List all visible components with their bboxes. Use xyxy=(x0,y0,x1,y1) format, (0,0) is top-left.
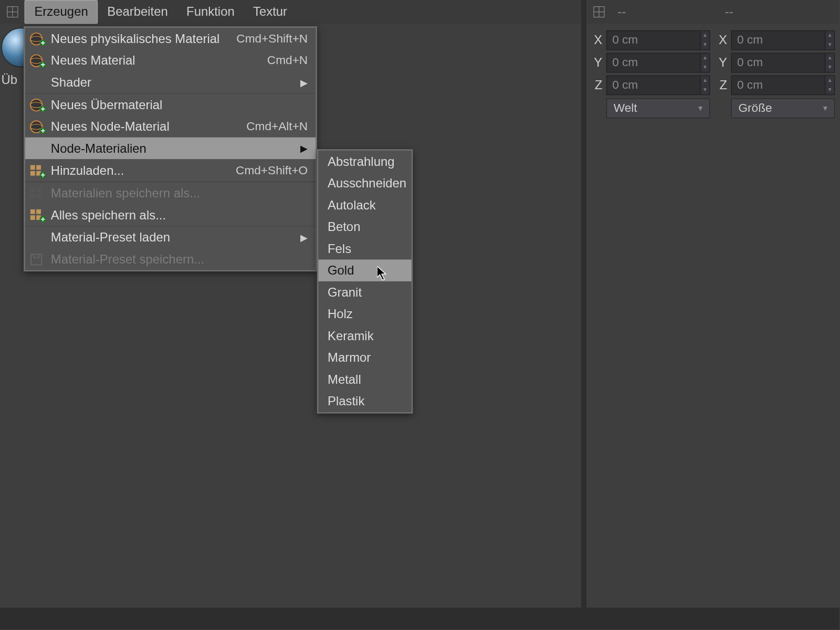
submenu-item-label: Beton xyxy=(328,219,360,234)
menu-item-label: Neues Übermaterial xyxy=(51,98,308,112)
chevron-down-icon: ▼ xyxy=(822,104,829,112)
submenu-item[interactable]: Holz xyxy=(318,303,411,325)
coords-dash-2: -- xyxy=(725,5,733,19)
coord-x-left-value: 0 cm xyxy=(612,33,638,47)
coord-z-left[interactable]: 0 cm▲▼ xyxy=(606,75,710,95)
menu-item[interactable]: Neues MaterialCmd+N xyxy=(25,49,316,71)
menu-bearbeiten[interactable]: Bearbeiten xyxy=(98,1,177,23)
submenu-item-label: Autolack xyxy=(328,198,376,213)
coord-mode-left-label: Welt xyxy=(614,101,637,114)
svg-rect-37 xyxy=(30,209,35,214)
svg-rect-38 xyxy=(36,209,41,214)
panel-divider[interactable] xyxy=(581,0,586,607)
blank-icon xyxy=(27,74,48,91)
coord-x-left[interactable]: 0 cm▲▼ xyxy=(606,30,710,50)
axis-label-z-right: Z xyxy=(717,78,731,92)
material-swatch-label: Üb xyxy=(2,72,18,87)
spinner[interactable]: ▲▼ xyxy=(700,53,709,71)
menu-item[interactable]: Hinzuladen...Cmd+Shift+O xyxy=(25,160,316,182)
svg-rect-26 xyxy=(30,165,35,170)
menu-item[interactable]: Neues physikalisches MaterialCmd+Shift+N xyxy=(25,28,316,50)
grid-plus-icon xyxy=(27,162,48,180)
submenu-item-label: Plastik xyxy=(328,394,364,408)
axis-label-z-left: Z xyxy=(592,78,606,92)
svg-rect-33 xyxy=(30,187,35,192)
menu-item: Materialien speichern als... xyxy=(25,182,316,204)
materials-panel: Erzeugen Bearbeiten Funktion Textur Üb N… xyxy=(0,0,581,607)
submenu-item-label: Marmor xyxy=(328,350,371,365)
coordinates-panel: -- -- X 0 cm▲▼ X 0 cm▲▼ Y 0 cm▲▼ Y 0 cm▲… xyxy=(586,0,839,607)
submenu-item[interactable]: Granit xyxy=(318,281,411,303)
menu-item-label: Material-Preset laden xyxy=(51,230,296,245)
menu-item[interactable]: Material-Preset laden▶ xyxy=(25,226,316,248)
blank-icon xyxy=(27,140,48,157)
submenu-item[interactable]: Metall xyxy=(318,369,411,391)
spinner[interactable]: ▲▼ xyxy=(825,30,834,49)
menu-item-label: Neues Node-Material xyxy=(51,119,246,134)
submenu-item[interactable]: Marmor xyxy=(318,346,411,369)
menu-erzeugen[interactable]: Erzeugen xyxy=(25,0,98,24)
menu-item-shortcut: Cmd+N xyxy=(267,54,308,67)
submenu-item[interactable]: Keramik xyxy=(318,325,411,347)
sphere-plus-icon xyxy=(27,52,48,69)
svg-rect-28 xyxy=(30,171,35,175)
submenu-item-label: Ausschneiden xyxy=(328,176,406,191)
erzeugen-menu: Neues physikalisches MaterialCmd+Shift+N… xyxy=(24,26,317,271)
grid-icon xyxy=(3,3,22,21)
menu-item[interactable]: Shader▶ xyxy=(25,71,316,93)
submenu-item-label: Granit xyxy=(328,285,362,300)
submenu-item[interactable]: Beton xyxy=(318,216,411,238)
coord-y-left-value: 0 cm xyxy=(612,56,638,69)
menu-item-label: Materialien speichern als... xyxy=(51,186,308,201)
submenu-item-label: Abstrahlung xyxy=(328,154,395,169)
submenu-item[interactable]: Abstrahlung xyxy=(318,151,411,173)
coords-dash-1: -- xyxy=(617,5,626,19)
axis-label-y-right: Y xyxy=(717,55,731,70)
svg-rect-35 xyxy=(30,193,35,198)
bottom-strip xyxy=(0,607,839,629)
menu-item-label: Alles speichern als... xyxy=(51,208,308,223)
submenu-item-label: Keramik xyxy=(328,329,374,343)
blank-icon xyxy=(27,229,48,246)
coord-mode-left[interactable]: Welt▼ xyxy=(606,98,710,118)
grid-icon xyxy=(590,3,608,21)
sphere-plus-icon xyxy=(27,118,48,135)
coord-z-right-value: 0 cm xyxy=(737,78,763,91)
menu-item-shortcut: Cmd+Shift+N xyxy=(236,32,308,45)
coord-z-right[interactable]: 0 cm▲▼ xyxy=(731,75,835,95)
menu-item[interactable]: Neues Node-MaterialCmd+Alt+N xyxy=(25,116,316,138)
svg-rect-36 xyxy=(36,193,41,198)
svg-rect-34 xyxy=(36,187,41,192)
submenu-item-label: Gold xyxy=(328,263,354,278)
menu-item[interactable]: Node-Materialien▶ xyxy=(25,138,316,160)
svg-rect-39 xyxy=(30,215,35,219)
coord-block: X 0 cm▲▼ X 0 cm▲▼ Y 0 cm▲▼ Y 0 cm▲▼ Z 0 … xyxy=(592,29,835,119)
chevron-down-icon: ▼ xyxy=(697,104,704,112)
menu-item[interactable]: Neues Übermaterial xyxy=(25,94,316,116)
spinner[interactable]: ▲▼ xyxy=(700,76,709,94)
menu-item[interactable]: Alles speichern als... xyxy=(25,204,316,226)
node-materialien-submenu: AbstrahlungAusschneidenAutolackBetonFels… xyxy=(317,149,413,413)
submenu-item[interactable]: Plastik xyxy=(318,390,411,412)
coord-y-left[interactable]: 0 cm▲▼ xyxy=(606,52,710,72)
submenu-item[interactable]: Gold xyxy=(318,259,411,281)
spinner[interactable]: ▲▼ xyxy=(700,30,709,49)
coord-y-right[interactable]: 0 cm▲▼ xyxy=(731,52,835,72)
grid-icon xyxy=(27,185,48,202)
coord-x-right[interactable]: 0 cm▲▼ xyxy=(731,30,835,50)
menu-funktion[interactable]: Funktion xyxy=(177,1,244,23)
submenu-item[interactable]: Ausschneiden xyxy=(318,172,411,194)
menu-textur[interactable]: Textur xyxy=(244,1,296,23)
submenu-item-label: Metall xyxy=(328,372,361,387)
sphere-plus-icon xyxy=(27,96,48,113)
submenu-item[interactable]: Autolack xyxy=(318,194,411,216)
axis-label-x-left: X xyxy=(592,33,606,47)
chevron-right-icon: ▶ xyxy=(296,232,308,243)
menu-item-label: Material-Preset speichern... xyxy=(51,252,308,267)
coord-mode-right[interactable]: Größe▼ xyxy=(731,98,835,118)
submenu-item[interactable]: Fels xyxy=(318,238,411,260)
spinner[interactable]: ▲▼ xyxy=(825,53,834,71)
svg-rect-27 xyxy=(36,165,41,170)
spinner[interactable]: ▲▼ xyxy=(825,76,834,94)
coord-mode-right-label: Größe xyxy=(738,101,772,114)
